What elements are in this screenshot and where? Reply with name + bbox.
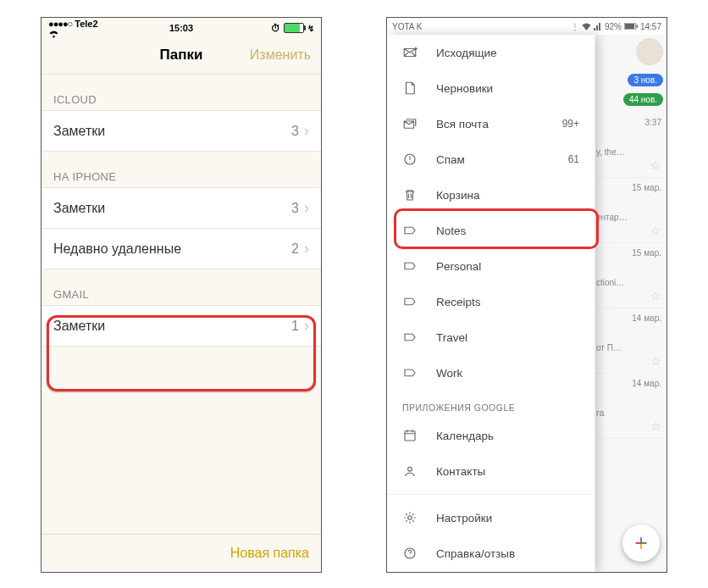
new-badge-green: 44 нов. xyxy=(623,93,663,106)
folder-label: Заметки xyxy=(53,124,291,139)
folder-count: 3 xyxy=(291,124,299,139)
section-header-google-apps: ПРИЛОЖЕНИЯ GOOGLE xyxy=(387,391,595,418)
folder-row-iphone-notes[interactable]: Заметки 3 › xyxy=(41,187,321,229)
battery-percent: 92% xyxy=(605,22,622,31)
ios-nav-bar: Папки Изменить xyxy=(41,36,321,75)
inbox-row[interactable]: гa 14 мар. ☆ xyxy=(595,374,667,439)
folder-label: Недавно удаленные xyxy=(53,241,291,257)
carrier: YOTA K xyxy=(392,22,422,31)
drawer-item-drafts[interactable]: Черновики xyxy=(387,70,595,106)
chevron-right-icon: › xyxy=(304,199,309,217)
star-icon[interactable]: ☆ xyxy=(650,419,661,433)
outbox-icon xyxy=(402,45,418,60)
edit-button[interactable]: Изменить xyxy=(250,47,311,63)
drawer-item-contacts[interactable]: Контакты xyxy=(387,453,595,489)
ios-toolbar: Новая папка xyxy=(41,534,321,572)
gear-icon xyxy=(402,510,418,525)
folder-row-recently-deleted[interactable]: Недавно удаленные 2 › xyxy=(41,228,321,269)
label-icon xyxy=(402,330,418,345)
clock: 14:57 xyxy=(640,22,661,31)
help-icon xyxy=(402,546,418,561)
signal-icon xyxy=(594,23,602,31)
folder-count: 1 xyxy=(291,319,299,334)
carrier: ●●●●○ Tele2 xyxy=(48,18,98,38)
chevron-right-icon: › xyxy=(304,122,309,140)
label-icon xyxy=(402,365,418,380)
drawer-item-help[interactable]: Справка/отзыв xyxy=(387,535,595,571)
page-title: Папки xyxy=(160,47,203,64)
alarm-icon: ⏱ xyxy=(271,23,280,33)
trash-icon xyxy=(402,187,418,202)
label-icon xyxy=(402,223,418,238)
section-header-iphone: НА IPHONE xyxy=(41,152,321,188)
folder-row-icloud-notes[interactable]: Заметки 3 › xyxy=(41,110,321,152)
compose-fab[interactable] xyxy=(622,524,660,562)
stacked-mail-icon xyxy=(402,116,418,131)
star-icon[interactable]: ☆ xyxy=(650,354,661,368)
drawer-item-settings[interactable]: Настройки xyxy=(387,500,595,535)
battery-icon xyxy=(284,23,304,33)
avatar[interactable] xyxy=(636,38,663,65)
drawer-item-calendar[interactable]: Календарь xyxy=(387,418,595,453)
person-icon xyxy=(402,463,418,479)
signal-dots-icon: ●●●●○ xyxy=(48,19,72,29)
svg-point-6 xyxy=(408,516,412,520)
folder-count: 2 xyxy=(291,241,299,257)
svg-rect-1 xyxy=(625,24,634,29)
battery-icon xyxy=(624,23,638,30)
drawer-item-spam[interactable]: Спам 61 xyxy=(387,141,595,177)
calendar-icon xyxy=(402,428,418,443)
spam-icon xyxy=(402,152,418,167)
drawer-item-notes[interactable]: Notes xyxy=(387,213,595,248)
label-icon xyxy=(402,258,418,274)
gmail-drawer-screen: YOTA K ⋮ 92% 14:57 3 нов. 44 нов. y xyxy=(386,17,667,573)
folder-count: 3 xyxy=(291,201,299,216)
drawer-item-outbox[interactable]: Исходящие xyxy=(387,35,595,70)
new-folder-button[interactable]: Новая папка xyxy=(230,546,309,561)
wifi-icon xyxy=(582,23,591,31)
notification-icon: ⋮ xyxy=(571,22,579,31)
folder-label: Заметки xyxy=(53,201,291,216)
folder-row-gmail-notes[interactable]: Заметки 1 › xyxy=(41,305,321,347)
svg-rect-4 xyxy=(405,431,415,441)
drawer-item-travel[interactable]: Travel xyxy=(387,319,595,355)
drawer-item-trash[interactable]: Корзина xyxy=(387,177,595,213)
inbox-preview: 3 нов. 44 нов. y, the… 3:37 ☆ ентар… 15 … xyxy=(595,35,667,572)
ios-notes-screen: ●●●●○ Tele2 15:03 ⏱ ↯ Папки Изменить ICL… xyxy=(41,17,322,573)
nav-drawer: Исходящие Черновики Вся почта 99+ Спам 6… xyxy=(387,35,595,572)
divider xyxy=(387,494,595,495)
drawer-item-receipts[interactable]: Receipts xyxy=(387,284,595,319)
android-status-bar: YOTA K ⋮ 92% 14:57 xyxy=(387,18,667,35)
drawer-item-all-mail[interactable]: Вся почта 99+ xyxy=(387,106,595,141)
inbox-row[interactable]: y, the… 3:37 ☆ xyxy=(595,113,667,178)
folder-label: Заметки xyxy=(53,319,291,334)
file-icon xyxy=(402,80,418,96)
chevron-right-icon: › xyxy=(304,240,309,258)
svg-rect-2 xyxy=(636,25,638,27)
star-icon[interactable]: ☆ xyxy=(650,158,661,172)
drawer-item-personal[interactable]: Personal xyxy=(387,248,595,284)
label-icon xyxy=(402,294,418,309)
drawer-item-work[interactable]: Work xyxy=(387,355,595,391)
new-badge-blue: 3 нов. xyxy=(628,74,663,86)
section-header-icloud: ICLOUD xyxy=(41,75,321,111)
inbox-row[interactable]: ctioni… 15 мар. ☆ xyxy=(595,243,667,308)
lightning-icon: ↯ xyxy=(307,24,314,33)
star-icon[interactable]: ☆ xyxy=(650,224,661,237)
star-icon[interactable]: ☆ xyxy=(650,289,661,302)
section-header-gmail: GMAIL xyxy=(41,269,321,306)
svg-point-5 xyxy=(408,467,412,471)
inbox-row[interactable]: ентар… 15 мар. ☆ xyxy=(595,178,667,243)
inbox-row[interactable]: от П… 14 мар. ☆ xyxy=(595,308,667,374)
chevron-right-icon: › xyxy=(304,317,309,335)
ios-status-bar: ●●●●○ Tele2 15:03 ⏱ ↯ xyxy=(41,18,321,36)
